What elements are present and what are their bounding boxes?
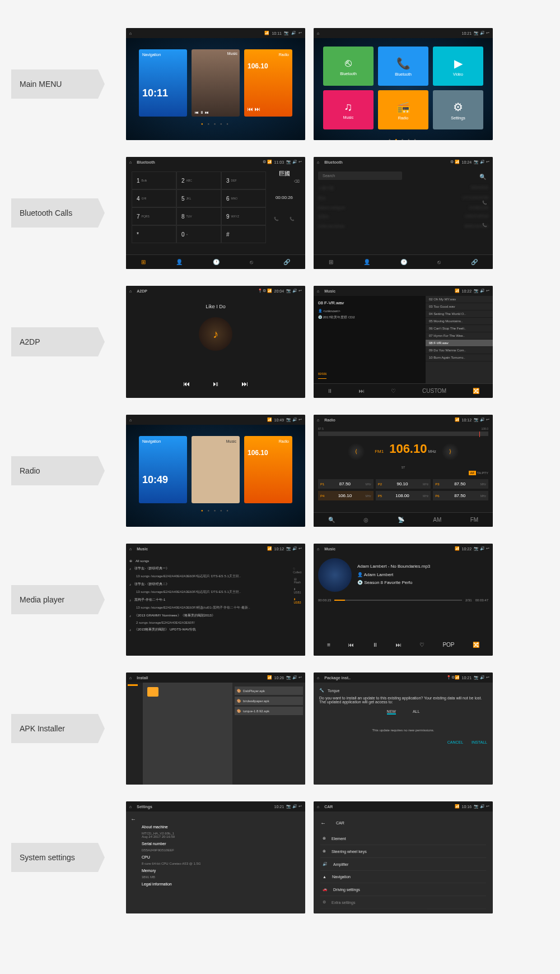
tab-dialpad-icon[interactable]: ⊞ — [329, 259, 333, 265]
dialkey-hash[interactable]: # — [221, 225, 266, 243]
setting-label[interactable]: About machine — [142, 825, 301, 829]
car-item-extra[interactable]: ⚙Extra settings — [320, 896, 486, 909]
contact-row[interactable]: 高兴137118416760 — [318, 193, 488, 203]
list-item[interactable]: ♪ 《2015格莱美的喝彩》 UPDTS-WAV分轨 — [129, 625, 302, 634]
home-icon[interactable]: ⌂ — [317, 547, 319, 551]
tile-music[interactable]: Music ⏮ ⏸ ⏭ — [192, 49, 240, 117]
tab-history-icon[interactable]: 🕐 — [400, 259, 407, 265]
setting-label[interactable]: Serial number — [142, 842, 301, 846]
camera-icon[interactable]: 📷 — [284, 31, 289, 35]
preset-6[interactable]: P687.50MHz — [433, 491, 488, 500]
cancel-button[interactable]: CANCEL — [447, 740, 463, 744]
list-item[interactable]: 07 Hymn For The Wee.. — [426, 332, 493, 340]
heart-icon[interactable]: ♡ — [419, 642, 424, 648]
tile-music[interactable]: Music — [192, 436, 240, 503]
stereo-icon[interactable]: ◎ — [363, 517, 368, 523]
ta-button[interactable]: TA — [477, 471, 481, 475]
preset-4[interactable]: P4106.10MHz — [318, 491, 374, 500]
apk-file[interactable]: 🎨 birdwallpaper.apk — [235, 697, 303, 705]
back-arrow-icon[interactable]: ← — [320, 820, 326, 826]
dialkey-9[interactable]: 9WXYZ — [221, 207, 266, 225]
prev-icon[interactable]: ⏮ — [348, 642, 354, 648]
preset-3[interactable]: P387.50MHz — [433, 479, 488, 489]
setting-label[interactable]: Memory — [142, 869, 301, 873]
tile-phone[interactable]: 📞Bluetooth — [378, 47, 428, 86]
fm-button[interactable]: FM — [470, 517, 478, 523]
list-item[interactable]: 08 F-VR.wav — [426, 340, 493, 347]
tile-navigation[interactable]: Navigation 10:11 — [139, 49, 187, 117]
tile-music[interactable]: ♫Music — [323, 90, 374, 129]
tab-bluetooth-icon[interactable]: ⎋ — [250, 259, 253, 265]
home-icon[interactable]: ⌂ — [317, 289, 319, 293]
tile-radio[interactable]: Radio106.10 — [244, 436, 292, 503]
home-icon[interactable]: ⌂ — [317, 31, 319, 35]
tab-new[interactable]: NEW — [387, 709, 396, 715]
next-icon[interactable]: ⏭ — [396, 642, 402, 648]
next-icon[interactable]: ⏭ — [241, 380, 248, 388]
tab-usb3[interactable]: ⬍USB3 — [293, 597, 301, 604]
list-item[interactable]: 06 Can't Stop The Feeli.. — [426, 325, 493, 332]
backspace-icon[interactable]: ⌫ — [269, 179, 300, 184]
play-icon[interactable]: ⏯ — [212, 380, 219, 388]
scan-icon[interactable]: 🔍 — [328, 517, 335, 523]
home-icon[interactable]: ⌂ — [129, 160, 132, 164]
contact-row[interactable]: 设置ni13810742010 — [318, 212, 488, 222]
eq-mode[interactable]: POP — [442, 642, 454, 648]
tune-down-icon[interactable]: ⟨ — [348, 443, 365, 460]
shuffle-icon[interactable]: 🔀 — [473, 642, 479, 648]
pty-button[interactable]: PTY — [482, 471, 488, 475]
apk-file[interactable]: 🎨 torque-1.8.92.apk — [235, 707, 303, 715]
home-icon[interactable]: ⌂ — [129, 676, 132, 680]
tune-up-icon[interactable]: ⟩ — [442, 443, 459, 460]
preset-5[interactable]: P5108.00MHz — [376, 491, 431, 500]
list-item[interactable]: ♪ 黑鸭子-伴你二十年-1 — [129, 596, 302, 604]
pause-icon[interactable]: ⏸ — [327, 388, 333, 394]
setting-label[interactable]: CPU — [142, 855, 301, 859]
contact-row[interactable]: Katom bekigum137881124 — [318, 203, 488, 212]
hangup-icon[interactable]: 📞 — [290, 217, 295, 221]
heart-icon[interactable]: ♡ — [391, 388, 396, 394]
home-icon[interactable]: ⌂ — [317, 418, 319, 422]
preset-1[interactable]: P187.50MHz — [318, 479, 374, 489]
tile-radio[interactable]: 📻Radio — [378, 90, 428, 129]
tab-usb1[interactable]: ⬍USB1 — [293, 587, 301, 594]
back-icon[interactable]: ↩ — [298, 31, 302, 35]
home-icon[interactable]: ⌂ — [129, 805, 132, 809]
tile-bluetooth[interactable]: ⎋Bluetooth — [323, 47, 374, 86]
tab-contacts-icon[interactable]: 👤 — [363, 259, 370, 265]
dialkey-2[interactable]: 2ABC — [176, 171, 221, 189]
volume-icon[interactable]: 🔊 — [291, 31, 296, 35]
list-item[interactable]: 02 Oh My MY.wav — [426, 296, 493, 303]
tile-settings[interactable]: ⚙Settings — [433, 90, 483, 129]
tile-video[interactable]: ▶Video — [433, 47, 483, 86]
list-item[interactable]: ♪ 张学友-《黔听经典一》 — [129, 564, 302, 573]
search-icon[interactable]: 🔍 — [479, 174, 486, 180]
am-button[interactable]: AM — [433, 517, 441, 523]
setting-label[interactable]: Legal information — [142, 882, 301, 886]
list-icon[interactable]: ≡ — [327, 642, 330, 648]
dialkey-3[interactable]: 3DEF — [221, 171, 266, 189]
install-button[interactable]: INSTALL — [472, 740, 487, 744]
search-input[interactable]: Search — [318, 171, 402, 180]
back-arrow-icon[interactable]: ← — [130, 816, 136, 822]
prev-icon[interactable]: ⏮ — [183, 380, 190, 388]
list-item[interactable]: 03 Too Good.wav — [426, 303, 493, 310]
list-item[interactable]: 09 Do You Wanna Com.. — [426, 347, 493, 354]
car-item-nav[interactable]: ▲Navigation — [320, 871, 486, 883]
dialkey-7[interactable]: 7PQRS — [132, 207, 176, 225]
dialkey-1[interactable]: 1Bulk — [132, 171, 176, 189]
dialkey-4[interactable]: 4GHI — [132, 189, 176, 207]
all-songs-header[interactable]: ⊕ All songs — [129, 557, 302, 564]
apk-file[interactable]: 🎨 DabPlayer.apk — [235, 687, 303, 695]
home-icon[interactable]: ⌂ — [317, 676, 319, 680]
progress-bar[interactable] — [334, 600, 462, 601]
tab-dialpad-icon[interactable]: ⊞ — [141, 259, 146, 265]
home-icon[interactable]: ⌂ — [129, 418, 132, 422]
tab-history-icon[interactable]: 🕐 — [213, 259, 220, 265]
list-item[interactable]: 04 Setting The World O.. — [426, 310, 493, 318]
shuffle-icon[interactable]: 🔀 — [473, 388, 479, 394]
home-icon[interactable]: ⌂ — [129, 547, 132, 551]
folder-pane[interactable] — [143, 683, 232, 785]
tile-radio[interactable]: Radio 106.10 ⏮ ⏭ — [244, 49, 292, 117]
answer-icon[interactable]: 📞 — [274, 217, 279, 221]
